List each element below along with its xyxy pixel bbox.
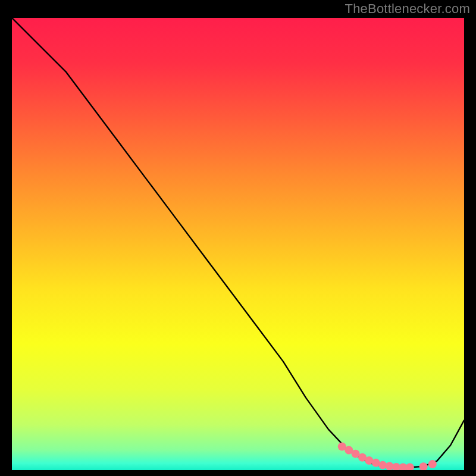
gradient-background — [12, 18, 464, 470]
chart-frame: TheBottlenecker.com — [0, 0, 476, 476]
plot-area — [12, 18, 464, 470]
chart-svg — [12, 18, 464, 470]
watermark-text: TheBottlenecker.com — [345, 1, 470, 17]
marker-dot — [428, 460, 437, 468]
